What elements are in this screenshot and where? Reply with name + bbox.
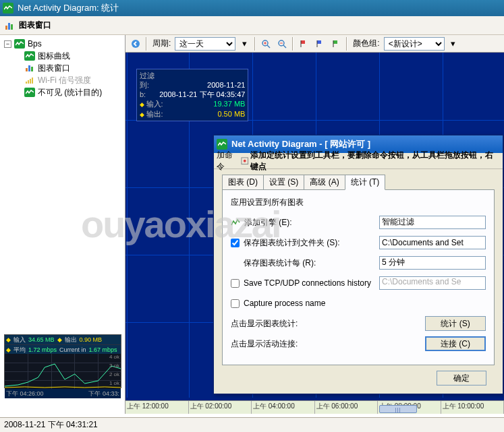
chart-window-icon [4, 20, 15, 31]
chart-toolbar: 周期: 这一天 ▾ 颜色组: <新设计> ▾ [125, 35, 504, 53]
separator [254, 37, 256, 51]
zoom-out-button[interactable] [275, 36, 289, 51]
scroll-thumb[interactable]: ||| [379, 405, 417, 413]
sub-toolbar: 图表窗口 [0, 16, 504, 35]
chart-icon [24, 63, 35, 73]
save-every-label: 保存图表统计每 (R): [244, 257, 316, 269]
tooltip-value: 0.50 MB [217, 109, 245, 119]
mini-traffic-widget[interactable]: ◆ 输入 34.65 MB ◆ 输出 0.90 MB ◆ 平均 1.72 mbp… [4, 334, 121, 388]
app-icon [3, 3, 13, 13]
tooltip-value: 2008-11-21 [207, 80, 245, 90]
period-select[interactable]: 这一天 [175, 37, 235, 51]
chart-tooltip: 过滤 到:2008-11-21 b:2008-11-21 下午 04:35:47… [136, 69, 248, 121]
mini-footer: 下午 04:26:00 下午 04:33: [5, 389, 121, 398]
capture-process-label: Capture process name [244, 299, 325, 308]
svg-rect-6 [26, 82, 27, 84]
dropdown-arrow[interactable]: ▾ [237, 36, 252, 51]
mini-y-labels: 4 ok3 ok2 ok1 ok [109, 354, 119, 389]
status-text: 2008-11-21 下午 04:31:21 [4, 419, 98, 431]
svg-rect-5 [31, 67, 33, 71]
flag-red-button[interactable] [296, 36, 311, 51]
tree-item-label: 图标曲线 [38, 51, 70, 62]
tree-item[interactable]: 不可见 (统计目的) [1, 86, 123, 98]
svg-point-25 [243, 159, 246, 162]
time-tick: 上午 04:00:00 [252, 401, 315, 414]
mini-in-value: 34.65 MB [27, 335, 56, 344]
tree-root-row[interactable]: − Bps [1, 38, 123, 50]
tree-item[interactable]: Wi-Fi 信号强度 [1, 74, 123, 86]
engine-select[interactable]: 智能过滤 [379, 216, 486, 229]
main-titlebar: Net Activity Diagram: 统计 [0, 0, 504, 16]
flag-green-button[interactable] [329, 36, 343, 51]
tree-item[interactable]: 图标曲线 [1, 50, 123, 62]
zoom-in-button[interactable] [258, 36, 273, 51]
tree-item-label: Wi-Fi 信号强度 [38, 75, 91, 86]
dialog-title: Net Activity Diagram - [ 网站许可 ] [231, 138, 370, 150]
svg-rect-4 [28, 65, 30, 71]
mini-avg-value: 1.72 mbps [27, 345, 58, 354]
tcp-history-label: Save TCP/UDP connections history [244, 278, 371, 288]
mini-cur-label: Current in [58, 345, 88, 354]
tree-item[interactable]: 图表窗口 [1, 62, 123, 74]
dialog-toolbar: 加命令 添加定统计设置到工具栏，要删除命令按钮，从工具栏拖放按钮，右键点 [214, 153, 503, 169]
show-stats-label: 点击显示图表统计: [231, 318, 298, 330]
save-folder-input[interactable] [379, 236, 486, 249]
separator [292, 37, 293, 51]
app-icon [217, 139, 227, 150]
mini-foot-left: 下午 04:26:00 [6, 389, 44, 398]
sub-toolbar-label: 图表窗口 [19, 20, 51, 31]
dialog-toolbar-prefix: 加命令 [217, 150, 240, 173]
svg-rect-9 [32, 78, 33, 84]
svg-rect-7 [28, 80, 29, 84]
wifi-icon [24, 75, 35, 85]
stats-button[interactable]: 统计 (S) [425, 316, 486, 331]
mini-header-2: ◆ 平均 1.72 mbps Current in 1.67 mbps [5, 344, 121, 354]
tooltip-label: 输出: [140, 109, 163, 119]
tree-root-label: Bps [28, 39, 42, 49]
save-every-select[interactable]: 5 分钟 [379, 256, 486, 270]
mini-foot-right: 下午 04:33: [88, 389, 119, 398]
mini-avg-label: 平均 [12, 345, 27, 354]
period-label: 周期: [152, 38, 171, 49]
status-bar: 2008-11-21 下午 04:31:21 [0, 417, 504, 432]
svg-line-12 [267, 45, 270, 48]
activity-icon [24, 88, 35, 97]
flag-blue-button[interactable] [312, 36, 327, 51]
time-axis[interactable]: 上午 12:00:00 上午 02:00:00 上午 04:00:00 上午 0… [125, 400, 504, 414]
mini-chart: 4 ok3 ok2 ok1 ok [5, 354, 121, 389]
tab-settings[interactable]: 设置 (S) [263, 175, 304, 189]
connections-button[interactable]: 连接 (C) [425, 336, 486, 351]
engine-label: 添加引擎 (E): [244, 217, 292, 228]
tooltip-label: 输入: [140, 99, 163, 109]
mini-cur-value: 1.67 mbps [88, 345, 119, 354]
apply-all-label: 应用设置到所有图表 [231, 197, 486, 208]
mini-out-label: 输出 [63, 335, 78, 344]
tab-panel-stats: 应用设置到所有图表 添加引擎 (E): 智能过滤 保存图表统计到文件夹 (S): [222, 189, 495, 365]
capture-process-checkbox[interactable] [231, 299, 240, 308]
tooltip-label: b: [140, 90, 146, 99]
mini-in-label: 输入 [12, 335, 27, 344]
tooltip-value: 2008-11-21 下午 04:35:47 [159, 90, 245, 99]
tool-icon [240, 156, 249, 166]
tcp-history-input: C:\Documents and Se [379, 276, 486, 290]
back-button[interactable] [128, 36, 143, 51]
tooltip-title: 过滤 [140, 71, 155, 80]
settings-dialog: Net Activity Diagram - [ 网站许可 ] 加命令 添加定统… [213, 135, 503, 394]
tcp-history-checkbox[interactable] [231, 279, 240, 288]
time-tick: 上午 06:00:00 [315, 401, 379, 414]
collapse-icon[interactable]: − [4, 40, 11, 48]
activity-icon [24, 51, 35, 61]
svg-point-10 [132, 40, 140, 48]
tab-chart[interactable]: 图表 (D) [222, 175, 264, 189]
tab-stats[interactable]: 统计 (T) [345, 175, 386, 190]
time-tick: 上午 12:00:00 [125, 401, 189, 414]
colorgroup-select[interactable]: <新设计> [384, 37, 445, 51]
tab-advanced[interactable]: 高级 (A) [304, 175, 345, 189]
ok-button[interactable]: 确定 [437, 371, 486, 385]
tree-item-label: 图表窗口 [38, 63, 70, 74]
colorgroup-label: 颜色组: [353, 38, 379, 49]
save-folder-checkbox[interactable] [231, 239, 240, 247]
dropdown-arrow[interactable]: ▾ [446, 36, 461, 51]
engine-icon [231, 218, 240, 227]
mini-out-value: 0.90 MB [78, 335, 104, 344]
